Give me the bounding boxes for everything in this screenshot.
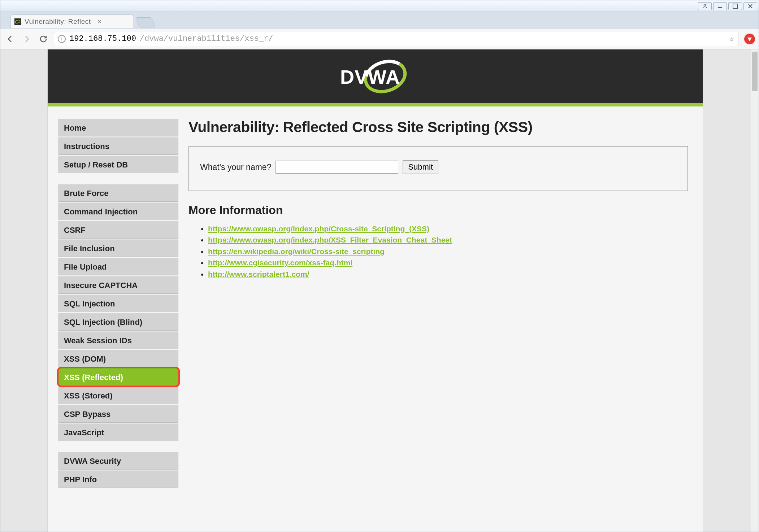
address-bar[interactable]: i 192.168.75.100/dvwa/vulnerabilities/xs… [54,32,738,46]
dvwa-logo: DVWA [334,59,417,93]
back-icon[interactable] [4,33,16,45]
sidebar-item-xss-reflected[interactable]: XSS (Reflected) [58,368,178,386]
user-icon[interactable] [698,2,712,10]
main-content: Vulnerability: Reflected Cross Site Scri… [185,119,703,499]
window-close-icon[interactable] [743,2,757,10]
new-tab-button[interactable] [136,17,155,27]
viewport: DVWA HomeInstructionsSetup / Reset DB Br… [0,49,759,532]
browser-tab[interactable]: Vulnerability: Reflect × [10,14,133,28]
sidebar-item-command-injection[interactable]: Command Injection [58,202,178,220]
sidebar-item-weak-session-ids[interactable]: Weak Session IDs [58,331,178,349]
scrollbar-thumb[interactable] [752,52,758,91]
svg-rect-1 [718,7,722,8]
sidebar-item-sql-injection-blind[interactable]: SQL Injection (Blind) [58,313,178,331]
sidebar: HomeInstructionsSetup / Reset DB Brute F… [48,119,185,499]
sidebar-item-setup-reset-db[interactable]: Setup / Reset DB [58,156,178,173]
os-window: Vulnerability: Reflect × i 192.168.75.10… [0,0,759,532]
sidebar-item-file-upload[interactable]: File Upload [58,258,178,275]
svg-rect-2 [733,4,737,8]
extension-icon[interactable] [744,34,755,44]
info-link[interactable]: https://en.wikipedia.org/wiki/Cross-site… [208,247,385,256]
tab-close-icon[interactable]: × [97,17,101,26]
info-link-item: https://www.owasp.org/index.php/Cross-si… [208,223,688,234]
more-info-heading: More Information [188,204,688,217]
name-input[interactable] [276,161,398,174]
info-link-item: https://www.owasp.org/index.php/XSS_Filt… [208,235,688,245]
dvwa-header: DVWA [48,49,703,103]
sidebar-item-instructions[interactable]: Instructions [58,137,178,155]
info-link-item: http://www.cgisecurity.com/xss-faq.html [208,257,688,268]
sidebar-item-dvwa-security[interactable]: DVWA Security [58,452,178,470]
url-path: /dvwa/vulnerabilities/xss_r/ [140,34,273,43]
sidebar-item-xss-stored[interactable]: XSS (Stored) [58,387,178,404]
vertical-scrollbar[interactable] [751,49,759,532]
svg-point-0 [704,4,706,6]
sidebar-item-csrf[interactable]: CSRF [58,221,178,239]
browser-tabstrip: Vulnerability: Reflect × [0,12,759,29]
info-link-item: http://www.scriptalert1.com/ [208,269,688,279]
reload-icon[interactable] [37,33,49,45]
page-container: DVWA HomeInstructionsSetup / Reset DB Br… [47,49,703,532]
submit-button[interactable]: Submit [403,160,438,174]
sidebar-group-2: Brute ForceCommand InjectionCSRFFile Inc… [58,184,178,441]
sidebar-group-3: DVWA SecurityPHP Info [58,452,178,488]
tab-favicon-icon [14,18,21,25]
sidebar-item-file-inclusion[interactable]: File Inclusion [58,239,178,257]
dvwa-accent-bar [48,103,703,106]
maximize-icon[interactable] [728,2,742,10]
sidebar-item-insecure-captcha[interactable]: Insecure CAPTCHA [58,276,178,294]
info-link[interactable]: http://www.scriptalert1.com/ [208,270,309,278]
url-host: 192.168.75.100 [69,34,136,43]
page-title: Vulnerability: Reflected Cross Site Scri… [188,119,688,136]
browser-toolbar: i 192.168.75.100/dvwa/vulnerabilities/xs… [0,29,759,49]
info-link[interactable]: https://www.owasp.org/index.php/XSS_Filt… [208,236,452,244]
sidebar-item-sql-injection[interactable]: SQL Injection [58,295,178,312]
svg-text:DVWA: DVWA [340,66,400,88]
form-panel: What's your name? Submit [188,146,688,191]
info-links-list: https://www.owasp.org/index.php/Cross-si… [188,223,688,279]
sidebar-item-javascript[interactable]: JavaScript [58,423,178,441]
page-body: HomeInstructionsSetup / Reset DB Brute F… [48,106,703,499]
info-link[interactable]: https://www.owasp.org/index.php/Cross-si… [208,224,429,233]
os-titlebar [0,0,759,12]
info-link-item: https://en.wikipedia.org/wiki/Cross-site… [208,246,688,257]
site-info-icon[interactable]: i [58,35,66,43]
sidebar-item-csp-bypass[interactable]: CSP Bypass [58,405,178,423]
sidebar-group-1: HomeInstructionsSetup / Reset DB [58,119,178,173]
sidebar-item-home[interactable]: Home [58,119,178,136]
sidebar-item-php-info[interactable]: PHP Info [58,470,178,488]
tab-title: Vulnerability: Reflect [25,18,91,26]
sidebar-item-xss-dom[interactable]: XSS (DOM) [58,350,178,367]
info-link[interactable]: http://www.cgisecurity.com/xss-faq.html [208,258,352,267]
bookmark-star-icon[interactable]: ☆ [729,34,734,44]
sidebar-item-brute-force[interactable]: Brute Force [58,184,178,202]
form-label: What's your name? [200,162,271,172]
forward-icon [21,33,33,45]
minimize-icon[interactable] [713,2,727,10]
